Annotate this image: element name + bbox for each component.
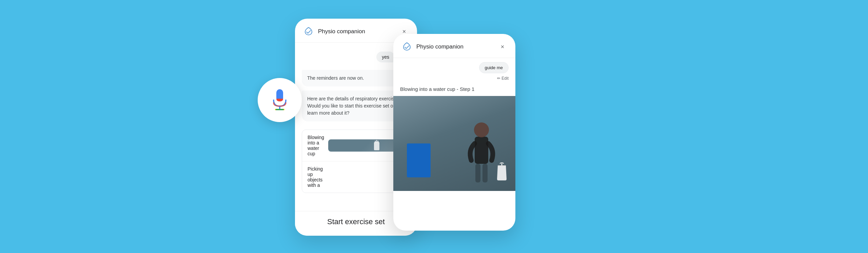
svg-rect-13: [482, 164, 488, 182]
mic-button[interactable]: [258, 78, 302, 122]
physio-icon-1: [303, 26, 314, 37]
card2-close-button[interactable]: ×: [498, 42, 507, 52]
water-cup-icon: [372, 139, 381, 152]
step-video: [393, 96, 515, 191]
exercise-2-name: Picking up objects with a: [308, 166, 323, 188]
svg-rect-8: [375, 141, 379, 143]
yes-bubble: yes: [376, 52, 395, 62]
card2-title: Physio companion: [416, 43, 494, 50]
step-title: Blowing into a water cup - Step 1: [393, 83, 515, 96]
chair-shape: [407, 143, 431, 177]
svg-rect-10: [475, 137, 488, 164]
svg-rect-7: [374, 142, 379, 150]
card2-header: Physio companion ×: [393, 34, 515, 58]
exercise-1-name: Blowing into a water cup: [308, 135, 324, 156]
physio-icon-2: [401, 41, 412, 52]
water-cup-scene-icon: [495, 162, 509, 181]
microphone-icon: [271, 89, 289, 112]
edit-link[interactable]: ✏ Edit: [393, 75, 515, 83]
phone-card-2: Physio companion × guide me ✏ Edit Blowi…: [393, 34, 515, 231]
guide-me-bubble-area: guide me: [393, 58, 515, 75]
svg-point-11: [474, 122, 489, 137]
guide-me-tag: guide me: [479, 62, 509, 73]
card1-title: Physio companion: [318, 28, 395, 35]
svg-rect-12: [475, 164, 480, 182]
video-scene: [393, 96, 515, 191]
